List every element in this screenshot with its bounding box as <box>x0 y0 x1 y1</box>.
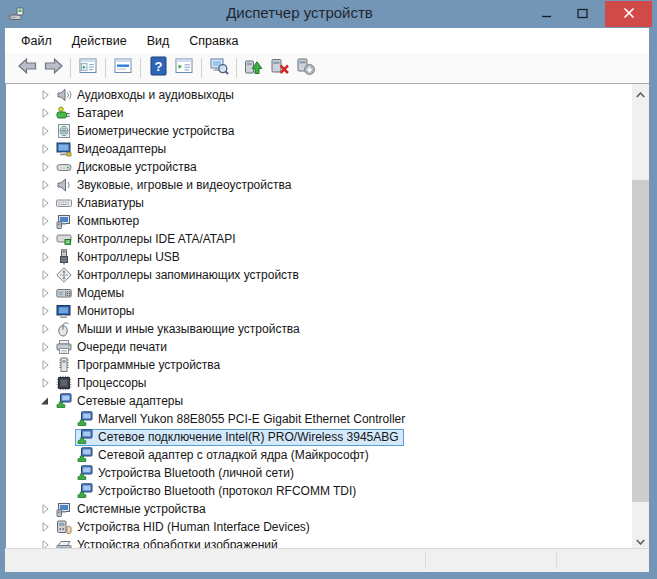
tree-item-node[interactable]: Устройство Bluetooth (протокол RFCOMM TD… <box>75 483 361 500</box>
expander-collapsed-icon[interactable] <box>37 105 54 121</box>
close-button[interactable] <box>605 1 652 27</box>
expander-collapsed-icon[interactable] <box>37 213 54 229</box>
tree-item[interactable]: Устройства обработки изображений <box>6 536 632 548</box>
tree-item[interactable]: Контроллеры USB <box>6 248 632 266</box>
scan-hardware-changes-button[interactable] <box>206 56 232 80</box>
tree-item-node[interactable]: Сетевое подключение Intel(R) PRO/Wireles… <box>75 429 404 446</box>
tree-item[interactable]: Системные устройства <box>6 500 632 518</box>
tree-item-node[interactable]: Мыши и иные указывающие устройства <box>54 321 305 338</box>
tree-item[interactable]: Marvell Yukon 88E8055 PCI-E Gigabit Ethe… <box>6 410 632 428</box>
expander-collapsed-icon[interactable] <box>37 123 54 139</box>
tree-item-node[interactable]: Контроллеры запоминающих устройств <box>54 267 304 284</box>
help-button[interactable]: ? <box>145 56 171 80</box>
tree-item-node[interactable]: Системные устройства <box>54 501 211 518</box>
expander-collapsed-icon[interactable] <box>37 195 54 211</box>
menu-file[interactable]: Файл <box>21 31 61 51</box>
tree-item[interactable]: Устройства Bluetooth (личной сети) <box>6 464 632 482</box>
vertical-scrollbar[interactable] <box>632 84 649 548</box>
tree-item-node[interactable]: Контроллеры USB <box>54 249 185 266</box>
tree-item[interactable]: Сетевой адаптер с отладкой ядра (Майкрос… <box>6 446 632 464</box>
properties-button[interactable] <box>110 56 136 80</box>
tree-item[interactable]: Сетевое подключение Intel(R) PRO/Wireles… <box>6 428 632 446</box>
minimize-button[interactable] <box>531 0 561 27</box>
tree-item[interactable]: Компьютер <box>6 212 632 230</box>
tree-item[interactable]: Устройство Bluetooth (протокол RFCOMM TD… <box>6 482 632 500</box>
expander-collapsed-icon[interactable] <box>37 159 54 175</box>
tree-item-node[interactable]: Батареи <box>54 105 128 122</box>
tree-item-node[interactable]: Очереди печати <box>54 339 172 356</box>
menu-view[interactable]: Вид <box>138 31 179 51</box>
tree-item[interactable]: Биометрические устройства <box>6 122 632 140</box>
expander-collapsed-icon[interactable] <box>37 303 54 319</box>
expander-collapsed-icon[interactable] <box>37 537 54 548</box>
uninstall-device-button[interactable] <box>267 56 293 80</box>
tree-item[interactable]: Звуковые, игровые и видеоустройства <box>6 176 632 194</box>
tree-item-node[interactable]: Устройства обработки изображений <box>54 537 283 549</box>
update-driver-button[interactable] <box>241 56 267 80</box>
tree-item[interactable]: Сетевые адаптеры <box>6 392 632 410</box>
scroll-down-button[interactable] <box>632 531 649 548</box>
show-console-tree-button[interactable] <box>75 56 101 80</box>
back-button[interactable] <box>14 56 40 80</box>
menu-action[interactable]: Действие <box>63 31 136 51</box>
tree-item-label: Очереди печати <box>77 340 167 354</box>
expander-expanded-icon[interactable] <box>37 393 54 409</box>
tree-item-node[interactable]: Процессоры <box>54 375 152 392</box>
storage-controller-icon <box>56 267 72 283</box>
tree-item-node[interactable]: Устройства HID (Human Interface Devices) <box>54 519 315 536</box>
tree-item-node[interactable]: Модемы <box>54 285 129 302</box>
titlebar[interactable]: Диспетчер устройств <box>0 0 657 28</box>
expander-collapsed-icon[interactable] <box>37 87 54 103</box>
expander-collapsed-icon[interactable] <box>37 285 54 301</box>
tree-item[interactable]: Контроллеры запоминающих устройств <box>6 266 632 284</box>
network-adapter-icon <box>77 429 93 445</box>
device-manager-window: Диспетчер устройств Файл Действие Вид Сп… <box>0 0 657 579</box>
tree-item[interactable]: Мыши и иные указывающие устройства <box>6 320 632 338</box>
maximize-button[interactable] <box>565 0 599 27</box>
expander-collapsed-icon[interactable] <box>37 357 54 373</box>
expander-collapsed-icon[interactable] <box>37 267 54 283</box>
disable-device-button[interactable] <box>293 56 319 80</box>
tree-item-node[interactable]: Компьютер <box>54 213 144 230</box>
action-pane-button[interactable] <box>171 56 197 80</box>
tree-item-node[interactable]: Клавиатуры <box>54 195 149 212</box>
tree-item[interactable]: Устройства HID (Human Interface Devices) <box>6 518 632 536</box>
expander-collapsed-icon[interactable] <box>37 231 54 247</box>
tree-item[interactable]: Процессоры <box>6 374 632 392</box>
tree-item[interactable]: Контроллеры IDE ATA/ATAPI <box>6 230 632 248</box>
tree-item-node[interactable]: Контроллеры IDE ATA/ATAPI <box>54 231 241 248</box>
menu-help[interactable]: Справка <box>180 31 247 51</box>
tree-item-node[interactable]: Аудиовходы и аудиовыходы <box>54 87 239 104</box>
tree-item-node[interactable]: Marvell Yukon 88E8055 PCI-E Gigabit Ethe… <box>75 411 410 428</box>
tree-item[interactable]: Аудиовходы и аудиовыходы <box>6 86 632 104</box>
tree-item[interactable]: Программные устройства <box>6 356 632 374</box>
expander-collapsed-icon[interactable] <box>37 519 54 535</box>
expander-collapsed-icon[interactable] <box>37 501 54 517</box>
scrollbar-thumb[interactable] <box>632 180 649 502</box>
tree-item-node[interactable]: Биометрические устройства <box>54 123 239 140</box>
expander-collapsed-icon[interactable] <box>37 321 54 337</box>
expander-collapsed-icon[interactable] <box>37 375 54 391</box>
expander-collapsed-icon[interactable] <box>37 339 54 355</box>
tree-item-node[interactable]: Сетевой адаптер с отладкой ядра (Майкрос… <box>75 447 374 464</box>
scroll-up-button[interactable] <box>632 84 649 101</box>
tree-item[interactable]: Дисковые устройства <box>6 158 632 176</box>
tree-item-node[interactable]: Звуковые, игровые и видеоустройства <box>54 177 296 194</box>
tree-item-node[interactable]: Программные устройства <box>54 357 225 374</box>
network-adapter-icon <box>77 483 93 499</box>
tree-item[interactable]: Мониторы <box>6 302 632 320</box>
tree-item[interactable]: Очереди печати <box>6 338 632 356</box>
tree-item-node[interactable]: Дисковые устройства <box>54 159 202 176</box>
tree-item[interactable]: Батареи <box>6 104 632 122</box>
tree-item-node[interactable]: Видеоадаптеры <box>54 141 171 158</box>
tree-item[interactable]: Модемы <box>6 284 632 302</box>
expander-collapsed-icon[interactable] <box>37 249 54 265</box>
tree-item[interactable]: Клавиатуры <box>6 194 632 212</box>
tree-item-node[interactable]: Мониторы <box>54 303 139 320</box>
expander-collapsed-icon[interactable] <box>37 177 54 193</box>
expander-collapsed-icon[interactable] <box>37 141 54 157</box>
tree-item-node[interactable]: Устройства Bluetooth (личной сети) <box>75 465 299 482</box>
tree-item-node[interactable]: Сетевые адаптеры <box>54 393 188 410</box>
forward-button[interactable] <box>40 56 66 80</box>
tree-item[interactable]: Видеоадаптеры <box>6 140 632 158</box>
